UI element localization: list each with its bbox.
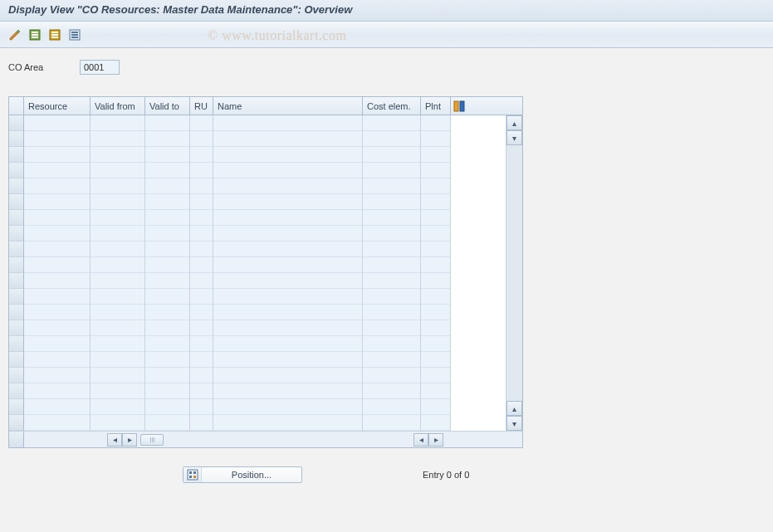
- table-row-header[interactable]: [9, 399, 23, 415]
- table-cell[interactable]: [145, 368, 189, 383]
- table-config-button[interactable]: [451, 97, 467, 115]
- table-cell[interactable]: [213, 115, 362, 131]
- table-row-header[interactable]: [9, 320, 23, 336]
- table-cell[interactable]: [91, 289, 144, 305]
- table-cell[interactable]: [421, 352, 450, 368]
- table-cell[interactable]: [421, 194, 450, 210]
- table-cell[interactable]: [363, 163, 420, 178]
- hscroll-right-button-2[interactable]: ▸: [428, 433, 443, 447]
- vertical-scrollbar[interactable]: ▴ ▾ ▴ ▾: [506, 115, 522, 431]
- table-cell[interactable]: [421, 399, 450, 415]
- table-cell[interactable]: [421, 242, 450, 257]
- table-cell[interactable]: [145, 383, 189, 399]
- table-cell[interactable]: [190, 399, 213, 415]
- table-cell[interactable]: [363, 289, 420, 305]
- table-cell[interactable]: [363, 147, 420, 163]
- table-cell[interactable]: [145, 399, 189, 415]
- table-cell[interactable]: [145, 210, 189, 226]
- table-cell[interactable]: [421, 226, 450, 242]
- table-cell[interactable]: [91, 163, 144, 178]
- table-cell[interactable]: [213, 415, 362, 431]
- table-cell[interactable]: [24, 368, 90, 383]
- table-cell[interactable]: [145, 273, 189, 289]
- table-cell[interactable]: [213, 226, 362, 242]
- table-cell[interactable]: [363, 383, 420, 399]
- table-cell[interactable]: [213, 147, 362, 163]
- table-cell[interactable]: [91, 305, 144, 320]
- table-cell[interactable]: [421, 368, 450, 383]
- col-head-cost-elem[interactable]: Cost elem.: [363, 97, 421, 115]
- col-head-name[interactable]: Name: [213, 97, 363, 115]
- table-cell[interactable]: [24, 163, 90, 178]
- scroll-down-button[interactable]: ▾: [506, 130, 522, 145]
- table-cell[interactable]: [91, 242, 144, 257]
- vscroll-track[interactable]: [506, 145, 522, 401]
- table-cell[interactable]: [145, 147, 189, 163]
- table-cell[interactable]: [190, 305, 213, 320]
- table-row-header[interactable]: [9, 226, 23, 242]
- table-cell[interactable]: [363, 210, 420, 226]
- table-cell[interactable]: [213, 383, 362, 399]
- table-cell[interactable]: [213, 163, 362, 178]
- table-cell[interactable]: [363, 226, 420, 242]
- table-cell[interactable]: [91, 383, 144, 399]
- table-cell[interactable]: [213, 178, 362, 194]
- col-head-ru[interactable]: RU: [190, 97, 213, 115]
- table-cell[interactable]: [213, 273, 362, 289]
- table-cell[interactable]: [145, 178, 189, 194]
- scroll-up-button[interactable]: ▴: [506, 115, 522, 130]
- hscroll-right-button[interactable]: ▸: [122, 433, 137, 447]
- table-cell[interactable]: [421, 178, 450, 194]
- horizontal-scrollbar[interactable]: ◂ ▸ ◂ ▸: [9, 431, 522, 447]
- table-cell[interactable]: [145, 163, 189, 178]
- hscroll-left-button[interactable]: ◂: [107, 433, 122, 447]
- table-cell[interactable]: [190, 368, 213, 383]
- deselect-all-button[interactable]: [66, 27, 83, 43]
- table-cell[interactable]: [24, 178, 90, 194]
- table-cell[interactable]: [213, 257, 362, 273]
- table-cell[interactable]: [145, 226, 189, 242]
- table-cell[interactable]: [363, 336, 420, 352]
- table-cell[interactable]: [145, 352, 189, 368]
- table-cell[interactable]: [363, 194, 420, 210]
- table-cell[interactable]: [190, 226, 213, 242]
- table-cell[interactable]: [91, 352, 144, 368]
- table-cell[interactable]: [190, 163, 213, 178]
- table-cell[interactable]: [145, 305, 189, 320]
- table-row-header[interactable]: [9, 415, 23, 431]
- table-cell[interactable]: [24, 115, 90, 131]
- table-cell[interactable]: [145, 415, 189, 431]
- table-cell[interactable]: [24, 242, 90, 257]
- table-cell[interactable]: [421, 257, 450, 273]
- table-row-header[interactable]: [9, 273, 23, 289]
- table-cell[interactable]: [145, 194, 189, 210]
- table-cell[interactable]: [213, 242, 362, 257]
- table-cell[interactable]: [190, 336, 213, 352]
- table-cell[interactable]: [190, 289, 213, 305]
- table-cell[interactable]: [363, 415, 420, 431]
- table-cell[interactable]: [91, 147, 144, 163]
- table-cell[interactable]: [91, 415, 144, 431]
- table-cell[interactable]: [363, 399, 420, 415]
- table-cell[interactable]: [190, 147, 213, 163]
- table-cell[interactable]: [213, 368, 362, 383]
- table-cell[interactable]: [421, 273, 450, 289]
- table-cell[interactable]: [190, 320, 213, 336]
- table-cell[interactable]: [213, 336, 362, 352]
- table-cell[interactable]: [213, 289, 362, 305]
- hscroll-thumb[interactable]: [140, 434, 164, 446]
- table-cell[interactable]: [363, 320, 420, 336]
- table-row-header[interactable]: [9, 305, 23, 320]
- select-all-button[interactable]: [27, 27, 43, 43]
- position-button[interactable]: Position...: [183, 466, 302, 483]
- table-row-header[interactable]: [9, 368, 23, 383]
- table-cell[interactable]: [24, 320, 90, 336]
- table-cell[interactable]: [421, 163, 450, 178]
- table-cell[interactable]: [145, 336, 189, 352]
- table-row-header[interactable]: [9, 383, 23, 399]
- table-cell[interactable]: [213, 131, 362, 147]
- table-row-header[interactable]: [9, 242, 23, 257]
- table-cell[interactable]: [91, 368, 144, 383]
- table-row-header[interactable]: [9, 210, 23, 226]
- table-cell[interactable]: [363, 352, 420, 368]
